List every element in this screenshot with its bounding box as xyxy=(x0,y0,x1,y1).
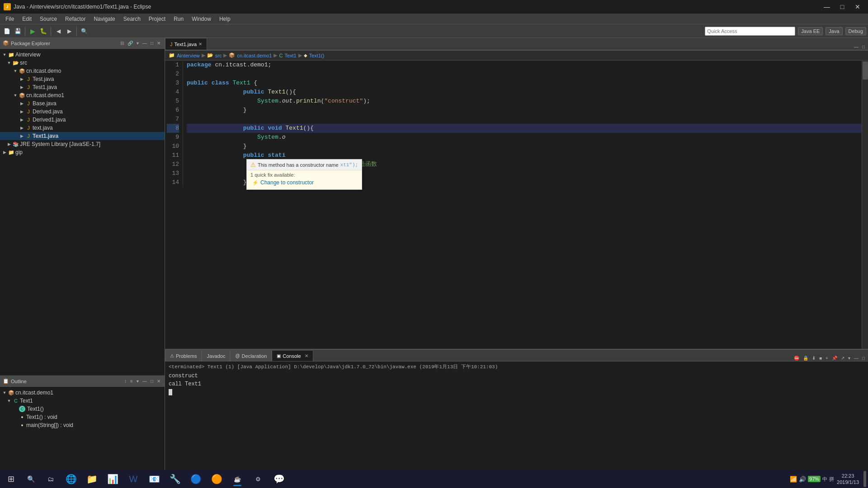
forward-button[interactable]: ▶ xyxy=(64,26,74,36)
minimize-button[interactable]: — xyxy=(820,0,834,14)
taskbar-eclipse[interactable]: ☕ xyxy=(228,471,247,487)
close-outline-icon[interactable]: ✕ xyxy=(156,378,162,384)
menu-run[interactable]: Run xyxy=(170,15,187,23)
tree-item-test1-java[interactable]: ▶ J Test1.java xyxy=(0,83,165,91)
tree-item-text-java[interactable]: ▶ J text.java xyxy=(0,124,165,132)
close-button[interactable]: ✕ xyxy=(851,0,864,14)
minimize-view-icon[interactable]: — xyxy=(141,40,148,46)
clear-console-icon[interactable]: ⛔ xyxy=(793,355,801,361)
tree-item-derived1-java[interactable]: ▶ J Derived1.java xyxy=(0,116,165,124)
minimize-editor-icon[interactable]: — xyxy=(853,44,860,50)
battery-icon[interactable]: 97% xyxy=(808,476,821,482)
java-button[interactable]: Java xyxy=(826,27,842,35)
menu-source[interactable]: Source xyxy=(36,15,61,23)
save-button[interactable]: 💾 xyxy=(13,26,23,36)
open-console-icon[interactable]: ↗ xyxy=(840,355,846,361)
tree-item-derived-java[interactable]: ▶ J Derived.java xyxy=(0,108,165,116)
java-ee-button[interactable]: Java EE xyxy=(798,27,823,35)
maximize-outline-icon[interactable]: □ xyxy=(149,378,155,384)
taskbar-settings[interactable]: 🔧 xyxy=(165,471,184,487)
taskbar-word[interactable]: W xyxy=(124,471,143,487)
taskbar-edge[interactable]: 🌐 xyxy=(61,471,80,487)
taskbar-excel[interactable]: 📊 xyxy=(103,471,122,487)
tab-console[interactable]: ▣ Console ✕ xyxy=(272,350,313,361)
change-to-constructor-link[interactable]: ⚡ Change to constructor xyxy=(250,179,358,186)
menu-navigate[interactable]: Navigate xyxy=(90,15,118,23)
clock[interactable]: 22:23 2019/1/13 xyxy=(837,473,859,485)
breadcrumb-method[interactable]: Text1() xyxy=(309,53,325,58)
menu-edit[interactable]: Edit xyxy=(19,15,35,23)
vertical-scrollbar[interactable] xyxy=(862,61,868,349)
task-view-button[interactable]: 🗂 xyxy=(42,471,60,487)
input-icon[interactable]: 中 xyxy=(822,476,827,483)
network-icon[interactable]: 📶 xyxy=(790,476,797,483)
tree-item-test-java[interactable]: ▶ J Test.java xyxy=(0,75,165,83)
link-with-editor-icon[interactable]: 🔗 xyxy=(126,40,134,46)
hide-fields-icon[interactable]: ≡ xyxy=(129,378,134,384)
taskbar-app-orange[interactable]: 🟠 xyxy=(207,471,226,487)
tree-item-gip[interactable]: ▶ 📁 gip xyxy=(0,148,165,156)
view-menu-icon[interactable]: ▾ xyxy=(135,378,140,384)
tree-item-text1-java[interactable]: ▶ J Text1.java xyxy=(0,132,165,140)
tree-item-ainterview[interactable]: ▼ 📁 Ainterview xyxy=(0,51,165,59)
outline-item-constructor[interactable]: C Text1() xyxy=(0,405,165,413)
menu-search[interactable]: Search xyxy=(120,15,144,23)
ime-icon[interactable]: 拼 xyxy=(829,476,834,483)
taskbar-explorer[interactable]: 📁 xyxy=(82,471,101,487)
volume-icon[interactable]: 🔊 xyxy=(799,476,806,483)
tree-item-jre[interactable]: ▶ 📚 JRE System Library [JavaSE-1.7] xyxy=(0,140,165,148)
tab-close-icon[interactable]: ✕ xyxy=(198,42,202,47)
outline-item-method-text1[interactable]: ● Text1() : void xyxy=(0,413,165,421)
breadcrumb-ainterview[interactable]: Ainterview xyxy=(177,53,200,58)
tab-declaration[interactable]: @ Declaration xyxy=(230,350,272,361)
tree-item-cn-itcast-demo1[interactable]: ▼ 📦 cn.itcast.demo1 xyxy=(0,91,165,99)
maximize-button[interactable]: □ xyxy=(835,0,849,14)
minimize-outline-icon[interactable]: — xyxy=(141,378,148,384)
scrollbar-thumb[interactable] xyxy=(863,61,868,80)
menu-help[interactable]: Help xyxy=(216,15,234,23)
taskbar-wechat[interactable]: 💬 xyxy=(269,471,288,487)
search-button[interactable]: 🔍 xyxy=(79,26,89,36)
maximize-editor-icon[interactable]: □ xyxy=(861,44,866,50)
scroll-end-icon[interactable]: ⬇ xyxy=(811,355,817,361)
tree-item-base-java[interactable]: ▶ J Base.java xyxy=(0,99,165,108)
taskbar-app-blue[interactable]: 🔵 xyxy=(186,471,205,487)
start-button[interactable]: ⊞ xyxy=(2,471,20,487)
outline-item-class[interactable]: ▼ C Text1 xyxy=(0,397,165,405)
tab-javadoc[interactable]: Javadoc xyxy=(202,350,230,361)
code-editor[interactable]: 1 2 3 4 5 6 7 8 9 10 11 12 13 14 xyxy=(165,61,868,349)
view-menu-icon[interactable]: ▾ xyxy=(135,40,140,46)
sort-icon[interactable]: ↕ xyxy=(123,378,128,384)
new-console-icon[interactable]: + xyxy=(824,355,830,361)
minimize-console-icon[interactable]: — xyxy=(853,355,860,361)
menu-file[interactable]: File xyxy=(2,15,18,23)
menu-refactor[interactable]: Refactor xyxy=(61,15,89,23)
view-menu-icon[interactable]: ▾ xyxy=(847,355,852,361)
pin-console-icon[interactable]: 📌 xyxy=(830,355,839,361)
editor-tab-text1[interactable]: J Text1.java ✕ xyxy=(165,38,207,50)
menu-project[interactable]: Project xyxy=(145,15,169,23)
maximize-view-icon[interactable]: □ xyxy=(149,40,155,46)
breadcrumb-src[interactable]: src xyxy=(215,53,222,58)
outline-item-package[interactable]: ▼ 📦 cn.itcast.demo1 xyxy=(0,389,165,397)
terminate-icon[interactable]: ■ xyxy=(818,355,823,361)
close-view-icon[interactable]: ✕ xyxy=(156,40,162,46)
taskbar-email[interactable]: 📧 xyxy=(145,471,164,487)
taskbar-java[interactable]: ⚙ xyxy=(249,471,268,487)
breadcrumb-class[interactable]: Text1 xyxy=(284,53,296,58)
quick-access-input[interactable] xyxy=(705,27,795,36)
new-button[interactable]: 📄 xyxy=(2,26,12,36)
tab-problems[interactable]: ⚠ Problems xyxy=(165,350,202,361)
tab-console-close[interactable]: ✕ xyxy=(305,353,308,358)
tree-item-cn-itcast-demo[interactable]: ▼ 📦 cn.itcast.demo xyxy=(0,67,165,75)
show-desktop-button[interactable] xyxy=(863,471,866,487)
breadcrumb-package[interactable]: cn.itcast.demo1 xyxy=(237,53,272,58)
menu-window[interactable]: Window xyxy=(188,15,215,23)
console-content[interactable]: <terminated> Text1 (1) [Java Application… xyxy=(165,361,868,475)
debug-perspective-button[interactable]: Debug xyxy=(845,27,866,35)
collapse-all-icon[interactable]: ⊟ xyxy=(119,40,125,46)
maximize-console-icon[interactable]: □ xyxy=(861,355,866,361)
search-button[interactable]: 🔍 xyxy=(22,471,40,487)
outline-item-method-main[interactable]: ● main(String[]) : void xyxy=(0,421,165,429)
run-button[interactable]: ▶ xyxy=(28,26,38,36)
